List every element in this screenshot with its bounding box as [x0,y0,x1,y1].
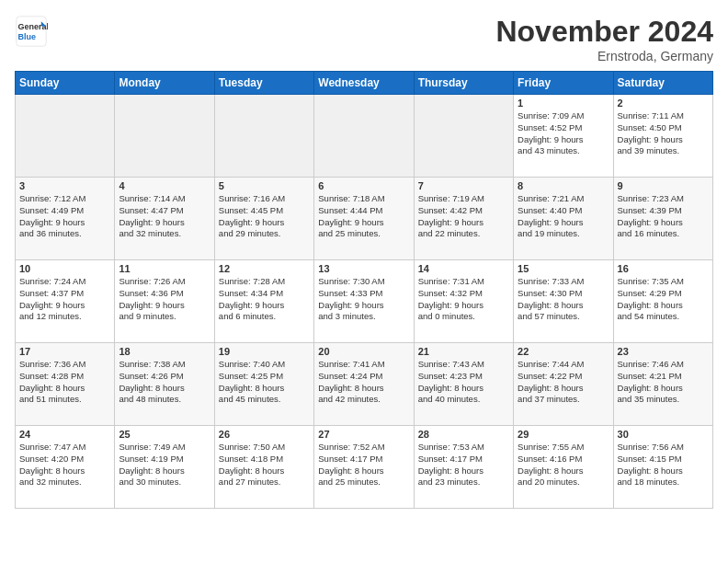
calendar-cell: 14Sunrise: 7:31 AM Sunset: 4:32 PM Dayli… [414,260,513,343]
day-number: 16 [618,263,709,274]
day-info: Sunrise: 7:31 AM Sunset: 4:32 PM Dayligh… [418,276,509,323]
day-number: 1 [518,98,609,109]
calendar-cell: 27Sunrise: 7:52 AM Sunset: 4:17 PM Dayli… [314,426,414,509]
day-number: 7 [418,180,509,191]
day-number: 14 [418,263,509,274]
day-number: 20 [318,346,409,357]
calendar-cell: 30Sunrise: 7:56 AM Sunset: 4:15 PM Dayli… [613,426,712,509]
day-info: Sunrise: 7:24 AM Sunset: 4:37 PM Dayligh… [19,276,110,323]
day-number: 13 [318,263,409,274]
location: Ernstroda, Germany [495,49,713,63]
day-number: 3 [19,180,110,191]
day-info: Sunrise: 7:21 AM Sunset: 4:40 PM Dayligh… [518,193,609,240]
day-info: Sunrise: 7:44 AM Sunset: 4:22 PM Dayligh… [518,359,609,406]
calendar-cell [414,95,513,178]
day-number: 6 [318,180,409,191]
day-info: Sunrise: 7:11 AM Sunset: 4:50 PM Dayligh… [618,110,709,157]
calendar-cell: 9Sunrise: 7:23 AM Sunset: 4:39 PM Daylig… [613,178,712,260]
calendar-cell: 1Sunrise: 7:09 AM Sunset: 4:52 PM Daylig… [514,95,613,178]
day-number: 15 [518,263,609,274]
day-info: Sunrise: 7:36 AM Sunset: 4:28 PM Dayligh… [19,359,110,406]
day-info: Sunrise: 7:33 AM Sunset: 4:30 PM Dayligh… [518,276,609,323]
logo-icon: General Blue [15,15,48,48]
calendar-cell: 11Sunrise: 7:26 AM Sunset: 4:36 PM Dayli… [115,260,214,343]
calendar-cell: 12Sunrise: 7:28 AM Sunset: 4:34 PM Dayli… [214,260,313,343]
day-info: Sunrise: 7:30 AM Sunset: 4:33 PM Dayligh… [318,276,409,323]
calendar-cell: 3Sunrise: 7:12 AM Sunset: 4:49 PM Daylig… [16,178,115,260]
weekday-header-thursday: Thursday [414,72,513,95]
month-title: November 2024 [495,15,713,49]
day-info: Sunrise: 7:19 AM Sunset: 4:42 PM Dayligh… [418,193,509,240]
calendar-cell: 24Sunrise: 7:47 AM Sunset: 4:20 PM Dayli… [16,426,115,509]
day-info: Sunrise: 7:40 AM Sunset: 4:25 PM Dayligh… [219,359,310,406]
day-info: Sunrise: 7:52 AM Sunset: 4:17 PM Dayligh… [318,442,409,488]
day-info: Sunrise: 7:53 AM Sunset: 4:17 PM Dayligh… [418,442,509,488]
day-number: 22 [518,346,609,357]
calendar-cell [214,95,313,178]
weekday-header-tuesday: Tuesday [214,72,313,95]
weekday-header-friday: Friday [514,72,613,95]
calendar-cell: 26Sunrise: 7:50 AM Sunset: 4:18 PM Dayli… [214,426,313,509]
page-header: General Blue November 2024 Ernstroda, Ge… [15,15,713,63]
calendar-cell: 13Sunrise: 7:30 AM Sunset: 4:33 PM Dayli… [314,260,414,343]
day-number: 27 [318,429,409,440]
week-row-2: 3Sunrise: 7:12 AM Sunset: 4:49 PM Daylig… [16,178,713,260]
day-info: Sunrise: 7:35 AM Sunset: 4:29 PM Dayligh… [618,276,709,323]
calendar-cell [16,95,115,178]
calendar-cell: 25Sunrise: 7:49 AM Sunset: 4:19 PM Dayli… [115,426,214,509]
calendar-cell: 21Sunrise: 7:43 AM Sunset: 4:23 PM Dayli… [414,343,513,426]
day-info: Sunrise: 7:55 AM Sunset: 4:16 PM Dayligh… [518,442,609,488]
week-row-3: 10Sunrise: 7:24 AM Sunset: 4:37 PM Dayli… [16,260,713,343]
weekday-header-saturday: Saturday [613,72,712,95]
calendar-cell: 17Sunrise: 7:36 AM Sunset: 4:28 PM Dayli… [16,343,115,426]
title-block: November 2024 Ernstroda, Germany [495,15,713,63]
day-info: Sunrise: 7:49 AM Sunset: 4:19 PM Dayligh… [119,442,210,488]
calendar-cell [314,95,414,178]
calendar-cell: 16Sunrise: 7:35 AM Sunset: 4:29 PM Dayli… [613,260,712,343]
day-number: 21 [418,346,509,357]
logo: General Blue [15,15,48,48]
calendar-cell: 8Sunrise: 7:21 AM Sunset: 4:40 PM Daylig… [514,178,613,260]
day-number: 30 [618,429,709,440]
day-number: 26 [219,429,310,440]
day-info: Sunrise: 7:38 AM Sunset: 4:26 PM Dayligh… [119,359,210,406]
weekday-header-row: SundayMondayTuesdayWednesdayThursdayFrid… [16,72,713,95]
calendar-cell: 18Sunrise: 7:38 AM Sunset: 4:26 PM Dayli… [115,343,214,426]
weekday-header-monday: Monday [115,72,214,95]
day-info: Sunrise: 7:23 AM Sunset: 4:39 PM Dayligh… [618,193,709,240]
day-info: Sunrise: 7:41 AM Sunset: 4:24 PM Dayligh… [318,359,409,406]
day-number: 17 [19,346,110,357]
day-number: 4 [119,180,210,191]
calendar-body: 1Sunrise: 7:09 AM Sunset: 4:52 PM Daylig… [16,95,713,509]
day-number: 24 [19,429,110,440]
calendar-cell: 22Sunrise: 7:44 AM Sunset: 4:22 PM Dayli… [514,343,613,426]
day-info: Sunrise: 7:56 AM Sunset: 4:15 PM Dayligh… [618,442,709,488]
day-number: 10 [19,263,110,274]
day-info: Sunrise: 7:28 AM Sunset: 4:34 PM Dayligh… [219,276,310,323]
week-row-4: 17Sunrise: 7:36 AM Sunset: 4:28 PM Dayli… [16,343,713,426]
weekday-header-wednesday: Wednesday [314,72,414,95]
day-number: 2 [618,98,709,109]
day-info: Sunrise: 7:12 AM Sunset: 4:49 PM Dayligh… [19,193,110,240]
calendar-cell [115,95,214,178]
calendar-cell: 5Sunrise: 7:16 AM Sunset: 4:45 PM Daylig… [214,178,313,260]
calendar-cell: 29Sunrise: 7:55 AM Sunset: 4:16 PM Dayli… [514,426,613,509]
day-info: Sunrise: 7:18 AM Sunset: 4:44 PM Dayligh… [318,193,409,240]
day-info: Sunrise: 7:14 AM Sunset: 4:47 PM Dayligh… [119,193,210,240]
day-info: Sunrise: 7:46 AM Sunset: 4:21 PM Dayligh… [618,359,709,406]
day-info: Sunrise: 7:50 AM Sunset: 4:18 PM Dayligh… [219,442,310,488]
calendar-cell: 20Sunrise: 7:41 AM Sunset: 4:24 PM Dayli… [314,343,414,426]
week-row-1: 1Sunrise: 7:09 AM Sunset: 4:52 PM Daylig… [16,95,713,178]
week-row-5: 24Sunrise: 7:47 AM Sunset: 4:20 PM Dayli… [16,426,713,509]
calendar-cell: 23Sunrise: 7:46 AM Sunset: 4:21 PM Dayli… [613,343,712,426]
calendar-cell: 7Sunrise: 7:19 AM Sunset: 4:42 PM Daylig… [414,178,513,260]
day-info: Sunrise: 7:26 AM Sunset: 4:36 PM Dayligh… [119,276,210,323]
day-number: 12 [219,263,310,274]
calendar-cell: 4Sunrise: 7:14 AM Sunset: 4:47 PM Daylig… [115,178,214,260]
day-number: 5 [219,180,310,191]
day-info: Sunrise: 7:47 AM Sunset: 4:20 PM Dayligh… [19,442,110,488]
day-number: 11 [119,263,210,274]
day-number: 29 [518,429,609,440]
day-number: 23 [618,346,709,357]
weekday-header-sunday: Sunday [16,72,115,95]
